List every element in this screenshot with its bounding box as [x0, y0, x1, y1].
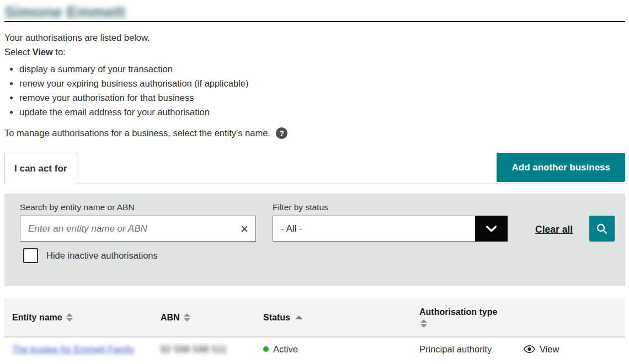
search-button[interactable]	[589, 216, 615, 242]
status-text: Active	[273, 344, 298, 355]
select-view-line: Select View to:	[4, 45, 625, 59]
sort-icon	[66, 313, 73, 322]
view-label: View	[540, 344, 559, 355]
view-options-list: display a summary of your transaction re…	[4, 62, 625, 119]
tab-i-can-act-for[interactable]: I can act for	[4, 153, 78, 184]
sort-icon	[420, 319, 427, 328]
search-icon	[595, 222, 609, 235]
authorisation-type-text: Principal authority	[419, 344, 492, 354]
intro-line: Your authorisations are listed below.	[4, 30, 625, 45]
search-input[interactable]	[20, 216, 256, 242]
search-label: Search by entity name or ABN	[20, 202, 135, 212]
list-item: remove your authorisation for that busin…	[19, 90, 625, 105]
entity-name-link[interactable]: The trustee for Emmett Family	[12, 344, 135, 355]
view-link[interactable]: View	[524, 344, 559, 355]
status-filter-value: - All -	[273, 216, 507, 241]
column-header-status[interactable]: Status	[263, 313, 419, 323]
view-keyword: View	[32, 47, 52, 57]
page-title: Simone Emmett	[4, 3, 125, 21]
status-filter-select[interactable]: - All -	[273, 216, 508, 242]
eye-icon	[524, 345, 535, 353]
tab-bar: I can act for Add another business	[4, 153, 625, 184]
status-filter-dropdown-button[interactable]	[475, 216, 508, 242]
hide-inactive-label[interactable]: Hide inactive authorisations	[46, 250, 158, 261]
column-header-abn[interactable]: ABN	[161, 313, 263, 323]
column-header-entity-name[interactable]: Entity name	[4, 313, 161, 323]
abn-value: 92 598 598 511	[161, 344, 227, 355]
status-cell: Active	[263, 344, 419, 355]
tab-divider	[78, 184, 625, 184]
list-item: update the email address for your author…	[19, 105, 625, 119]
add-another-business-button[interactable]: Add another business	[497, 153, 625, 182]
hide-inactive-checkbox[interactable]	[23, 248, 38, 263]
action-cell: View	[524, 344, 625, 355]
table-row: The trustee for Emmett Family 92 598 598…	[4, 338, 625, 361]
intro-block: Your authorisations are listed below. Se…	[4, 30, 625, 119]
search-field-wrap: ✕	[20, 216, 256, 242]
clear-search-icon[interactable]: ✕	[240, 223, 249, 234]
sort-ascending-icon	[295, 315, 303, 319]
authorisation-type-cell: Principal authority	[419, 344, 524, 355]
column-header-authorisation-type[interactable]: Authorisation type	[419, 307, 524, 328]
sort-icon	[184, 313, 190, 322]
chevron-down-icon	[486, 226, 497, 232]
active-status-dot	[263, 346, 269, 352]
help-icon[interactable]: ?	[276, 127, 287, 139]
page: Simone Emmett Your authorisations are li…	[4, 3, 625, 361]
title-divider	[4, 21, 625, 22]
clear-all-link[interactable]: Clear all	[535, 224, 573, 235]
filter-panel: Search by entity name or ABN ✕ Filter by…	[4, 194, 625, 286]
entity-name-cell: The trustee for Emmett Family	[4, 344, 161, 355]
abn-cell: 92 598 598 511	[161, 344, 263, 355]
table-header-row: Entity name ABN Status Authorisation typ…	[4, 298, 625, 338]
status-filter-label: Filter by status	[273, 202, 328, 212]
list-item: renew your expiring business authorisati…	[19, 76, 625, 90]
list-item: display a summary of your transaction	[19, 62, 625, 76]
manage-line: To manage authorisations for a business,…	[4, 127, 625, 139]
